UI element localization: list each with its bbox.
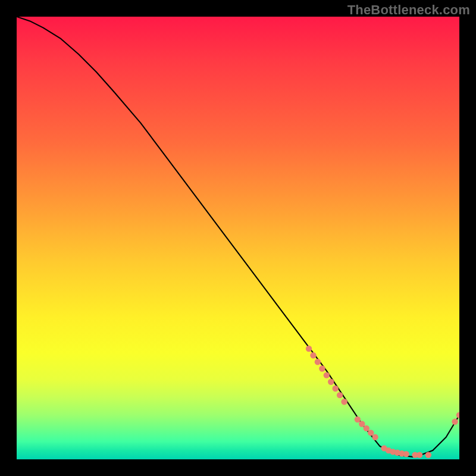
data-point [306, 346, 312, 352]
data-point [403, 451, 409, 457]
data-point [324, 372, 330, 378]
data-point [372, 434, 378, 440]
data-point [456, 412, 459, 418]
data-point [310, 352, 316, 358]
data-point [359, 421, 365, 427]
chart-svg [17, 17, 459, 459]
data-point [364, 425, 369, 431]
data-point [355, 416, 361, 422]
data-point [425, 452, 431, 458]
bottleneck-curve [17, 17, 459, 457]
data-point [368, 430, 374, 436]
plot-area [17, 17, 459, 459]
data-point [315, 359, 321, 365]
data-point [416, 452, 422, 458]
data-point [452, 419, 458, 425]
data-point [328, 379, 334, 385]
chart-frame: TheBottleneck.com [0, 0, 476, 476]
data-point [341, 399, 347, 405]
data-point [319, 365, 325, 371]
watermark-text: TheBottleneck.com [347, 2, 470, 18]
data-point [333, 386, 339, 392]
data-point [337, 392, 343, 398]
data-points-group [306, 346, 459, 458]
